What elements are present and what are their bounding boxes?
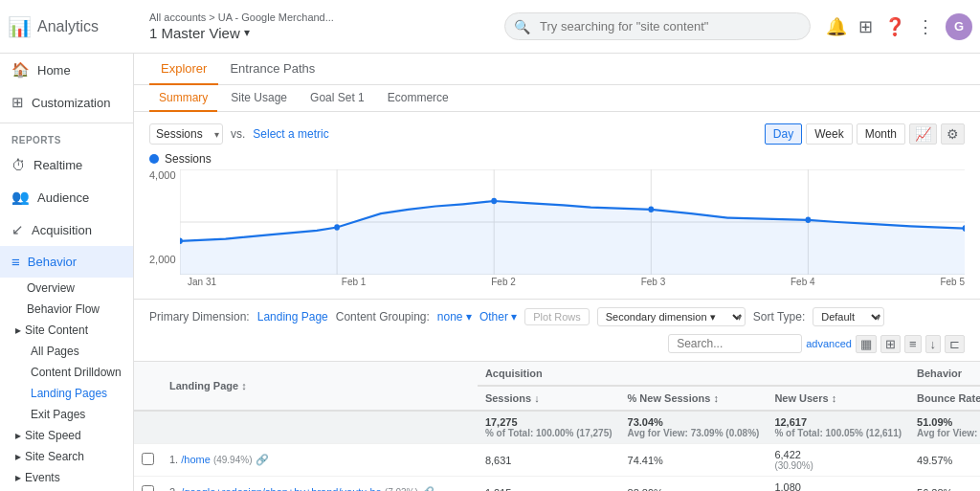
tab-entrance-paths[interactable]: Entrance Paths	[218, 54, 326, 85]
share-icon[interactable]: ⊏	[945, 335, 965, 353]
download-icon[interactable]: ↓	[925, 335, 942, 353]
sidebar-sub-overview[interactable]: Overview	[0, 278, 133, 299]
chart-svg-wrap: 4,000 2,000	[149, 169, 965, 287]
content-grouping-val[interactable]: none ▾	[437, 310, 472, 324]
sidebar-item-acquisition[interactable]: ↙ Acquisition	[0, 213, 133, 246]
account-line: All accounts > UA - Google Merchand...	[149, 11, 504, 24]
x-label-feb4: Feb 4	[791, 277, 815, 287]
search-input[interactable]	[504, 12, 811, 40]
landing-page-link[interactable]: /google+redesign/shop+by+brand/youtu be	[181, 486, 381, 491]
sidebar-item-audience[interactable]: 👥 Audience	[0, 181, 133, 213]
row-new-sessions-pct: 88.89%	[620, 477, 768, 492]
sidebar-item-audience-label: Audience	[37, 190, 89, 205]
sub-tabs: Summary Site Usage Goal Set 1 Ecommerce	[134, 85, 980, 112]
sidebar-sub-site-content[interactable]: ▸ Site Content	[0, 320, 133, 341]
sort-type-select[interactable]: Default	[813, 307, 884, 326]
sort-type-label: Sort Type:	[753, 310, 805, 324]
sidebar-item-home[interactable]: 🏠 Home	[0, 54, 133, 86]
landing-page-dim[interactable]: Landing Page	[257, 310, 328, 324]
main-layout: 🏠 Home ⊞ Customization REPORTS ⏱ Realtim…	[0, 54, 980, 491]
sub-tab-goal-set-1[interactable]: Goal Set 1	[301, 85, 374, 112]
chart-line-icon[interactable]: 📈	[909, 123, 937, 145]
account-info: All accounts > UA - Google Merchand... 1…	[142, 11, 504, 43]
x-label-jan31: Jan 31	[188, 277, 216, 287]
chart-svg	[180, 169, 965, 275]
sidebar-sub-behavior-flow[interactable]: Behavior Flow	[0, 299, 133, 320]
search-area: 🔍	[504, 12, 811, 40]
avatar[interactable]: G	[946, 13, 972, 40]
table-row: 2. /google+redesign/shop+by+brand/youtu …	[134, 477, 980, 492]
site-speed-arrow-icon: ▸	[15, 429, 21, 442]
svg-point-12	[491, 198, 497, 205]
sidebar-sub-exit-pages[interactable]: Exit Pages	[0, 404, 133, 425]
view-pivot-icon[interactable]: ⊞	[880, 335, 901, 353]
view-chevron-icon: ▾	[244, 26, 250, 41]
view-data-icon[interactable]: ▦	[856, 335, 877, 353]
view-name[interactable]: 1 Master View ▾	[149, 24, 504, 43]
sidebar-sub-events[interactable]: ▸ Events	[0, 467, 133, 488]
bounce-rate-col-header[interactable]: Bounce Rate ↕	[909, 386, 980, 411]
advanced-link[interactable]: advanced	[806, 338, 852, 349]
month-btn[interactable]: Month	[857, 123, 905, 145]
more-options-icon[interactable]: ⋮	[917, 16, 934, 37]
sidebar-sub-landing-pages[interactable]: Landing Pages	[0, 383, 133, 404]
sidebar-item-behavior[interactable]: ≡ Behavior	[0, 246, 133, 278]
search-icon: 🔍	[514, 19, 530, 34]
new-sessions-pct-col-header[interactable]: % New Sessions ↕	[620, 386, 768, 411]
help-icon[interactable]: ❓	[884, 16, 905, 37]
landing-page-link[interactable]: /home	[181, 454, 211, 465]
sidebar-sub-site-speed[interactable]: ▸ Site Speed	[0, 425, 133, 446]
x-label-feb3: Feb 3	[641, 277, 666, 287]
sidebar-item-customization[interactable]: ⊞ Customization	[0, 86, 133, 119]
sidebar-item-realtime[interactable]: ⏱ Realtime	[0, 149, 133, 181]
secondary-dim-select[interactable]: Secondary dimension ▾	[597, 307, 746, 326]
sub-tab-site-usage[interactable]: Site Usage	[221, 85, 297, 112]
content-grouping-label: Content Grouping:	[336, 310, 430, 324]
chart-bar-icon[interactable]: ⚙	[941, 123, 965, 145]
sub-tab-ecommerce[interactable]: Ecommerce	[378, 85, 458, 112]
sidebar-sub-content-drilldown[interactable]: Content Drilldown	[0, 362, 133, 383]
page-link-icon[interactable]: 🔗	[256, 454, 269, 465]
plot-rows-btn[interactable]: Plot Rows	[524, 308, 590, 325]
row-num-page: 1. /home (49.94%) 🔗	[162, 444, 478, 477]
y-label-4000: 4,000	[149, 169, 176, 181]
table-search-input[interactable]	[668, 334, 802, 353]
row-new-users: 1,080 (8.56%)	[767, 477, 909, 492]
totals-checkbox	[134, 411, 162, 444]
select-metric-link[interactable]: Select a metric	[253, 127, 328, 141]
data-table: Landing Page ↕ Acquisition Behavior Conv…	[134, 362, 980, 491]
customization-icon: ⊞	[11, 94, 24, 111]
new-users-col-header[interactable]: New Users ↕	[767, 386, 909, 411]
events-arrow-icon: ▸	[15, 471, 21, 484]
page-link-icon[interactable]: 🔗	[421, 486, 434, 491]
svg-point-14	[805, 217, 811, 224]
other-btn[interactable]: Other ▾	[479, 310, 517, 324]
row-new-users: 6,422 (30.90%)	[767, 444, 909, 477]
row-checkbox[interactable]	[134, 477, 162, 492]
view-compare-icon[interactable]: ≡	[904, 335, 922, 353]
row-checkbox[interactable]	[134, 444, 162, 477]
tab-explorer[interactable]: Explorer	[149, 54, 218, 85]
sidebar-sub-all-pages[interactable]: All Pages	[0, 341, 133, 362]
sidebar-sub-site-search[interactable]: ▸ Site Search	[0, 446, 133, 467]
legend-label: Sessions	[165, 152, 212, 166]
day-btn[interactable]: Day	[765, 123, 802, 145]
week-btn[interactable]: Week	[806, 123, 852, 145]
totals-new-sessions-pct: 73.04% Avg for View: 73.09% (0.08%)	[620, 411, 768, 444]
legend-dot	[149, 154, 159, 164]
landing-page-col-header[interactable]: Landing Page ↕	[162, 362, 478, 411]
x-label-feb1: Feb 1	[342, 277, 367, 287]
totals-row: 17,275 % of Total: 100.00% (17,275) 73.0…	[134, 411, 980, 444]
metric-select-wrap: Sessions	[149, 123, 223, 145]
sidebar-item-acquisition-label: Acquisition	[32, 223, 92, 237]
site-search-arrow-icon: ▸	[15, 450, 21, 463]
sub-tab-summary[interactable]: Summary	[149, 85, 217, 112]
totals-label	[162, 411, 478, 444]
secondary-dim-wrap: Secondary dimension ▾	[597, 307, 746, 326]
chart-controls: Sessions vs. Select a metric Day Week Mo…	[149, 123, 965, 145]
notifications-icon[interactable]: 🔔	[826, 16, 847, 37]
sessions-col-header[interactable]: Sessions ↓	[478, 386, 620, 411]
apps-icon[interactable]: ⊞	[858, 16, 873, 37]
row-bounce-rate: 56.38%	[909, 477, 980, 492]
metric-select[interactable]: Sessions	[149, 123, 223, 145]
